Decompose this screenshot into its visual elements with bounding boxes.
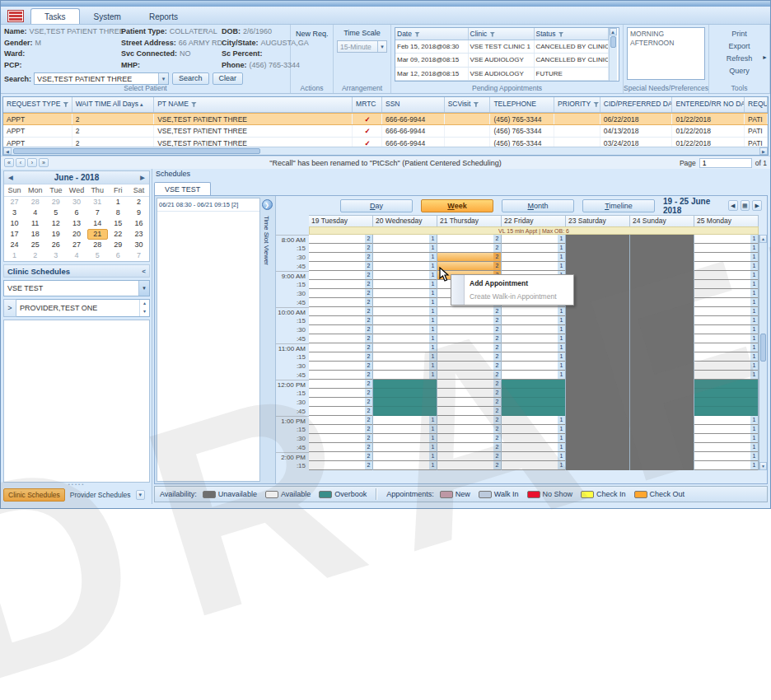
appointment-slot[interactable]: 1 [502,425,565,434]
overbook-slot[interactable] [502,407,565,416]
appointment-slot[interactable]: 2 [437,425,501,434]
appointment-slot[interactable]: 1 [502,235,565,244]
time-slot-item[interactable]: 06/21 08:30 - 06/21 09:15 [2] [157,198,259,212]
appointment-slot[interactable]: 1 [694,343,758,352]
page-input[interactable] [699,158,752,168]
calendar-day[interactable]: 3 [45,250,66,261]
schedule-mode-dropdown-icon[interactable]: ▾ [136,490,146,500]
filter-icon[interactable] [593,102,599,107]
ribbon-more-arrow[interactable]: ► [762,54,768,60]
grid-col-header[interactable]: PT NAME [154,97,353,112]
filter-icon[interactable] [473,102,479,107]
filter-icon[interactable] [414,32,420,37]
provider-schedules-button[interactable]: Provider Schedules [68,489,133,501]
overbook-slot[interactable] [373,380,437,389]
range-prev-icon[interactable]: ◀ [728,200,738,211]
menu-item-create-walk-in-appointment[interactable]: Create Walk-in Appointment [465,290,573,303]
appointment-slot[interactable]: 1 [373,352,437,362]
overbook-slot[interactable] [373,398,437,407]
appointment-slot[interactable]: 2 [437,434,501,443]
appointment-slot[interactable]: 1 [373,280,437,289]
appointment-slot[interactable]: 2 [309,325,372,334]
view-button-timeline[interactable]: Timeline [582,199,655,212]
grid-col-header[interactable]: ENTERED/RR NO DATE [672,97,745,112]
time-scale-combo[interactable]: 15-Minute ▾ [337,40,387,53]
appointment-slot[interactable]: 1 [502,325,565,334]
pending-row[interactable]: Feb 15, 2018@08:30VSE TEST CLINIC 1CANCE… [395,40,608,54]
request-grid-hscrollbar[interactable]: ◀ ▶ [3,147,768,155]
appointment-slot[interactable]: 2 [437,443,501,452]
appointment-slot[interactable]: 1 [373,443,437,452]
appointment-slot[interactable]: 2 [309,389,372,398]
spinner-down-icon[interactable]: ▾ [140,308,149,316]
filter-icon[interactable] [191,102,197,107]
overbook-slot[interactable] [694,389,758,398]
overbook-slot[interactable] [373,389,437,398]
calendar-day[interactable]: 5 [45,208,66,218]
appointment-slot[interactable]: 1 [694,307,758,316]
selected-slot[interactable]: 2 [437,253,501,262]
calendar-day[interactable]: 20 [66,229,86,240]
appointment-slot[interactable]: 1 [502,316,565,325]
search-dropdown-icon[interactable]: ▾ [158,73,168,84]
appointment-slot[interactable]: 1 [694,362,758,371]
calendar-day[interactable]: 27 [4,197,25,208]
grid-col-header[interactable]: CID/PREFERRED DATE [600,97,673,112]
appointment-slot[interactable]: 2 [437,461,501,470]
calendar-day[interactable]: 17 [4,229,25,240]
appointment-slot[interactable]: 2 [437,380,501,389]
appointment-slot[interactable]: 1 [373,362,437,371]
appointment-slot[interactable]: 1 [373,425,437,434]
appointment-slot[interactable]: 2 [437,371,501,380]
appointment-slot[interactable]: 2 [309,334,372,343]
view-button-month[interactable]: Month [502,199,574,212]
overbook-slot[interactable] [502,389,565,398]
sort-icon[interactable]: ▴ [140,101,143,107]
appointment-slot[interactable]: 1 [502,452,565,461]
appointment-slot[interactable]: 1 [694,334,758,343]
calendar-day[interactable]: 5 [87,250,108,261]
calendar-prev-icon[interactable]: ◀ [4,175,17,181]
calendar-day[interactable]: 13 [66,218,86,229]
appointment-slot[interactable]: 1 [373,325,437,334]
overbook-slot[interactable] [502,380,565,389]
pending-row[interactable]: Mar 09, 2018@08:15VSE AUDIOLOGYCANCELLED… [395,54,608,68]
appointment-slot[interactable]: 1 [502,434,565,443]
appointment-slot[interactable]: 2 [309,289,372,298]
appointment-slot[interactable]: 2 [437,316,501,325]
appointment-slot[interactable]: 2 [437,352,501,362]
calendar-day[interactable]: 4 [25,208,45,218]
appointment-slot[interactable]: 2 [309,253,372,262]
calendar-day[interactable]: 19 [45,229,66,240]
appointment-slot[interactable]: 1 [502,334,565,343]
appointment-slot[interactable]: 2 [309,316,372,325]
overbook-slot[interactable] [694,407,758,416]
scroll-thumb[interactable] [760,334,766,362]
request-row[interactable]: APPT2VSE,TEST PATIENT THREE✓666-66-9944(… [3,138,768,147]
calendar-day[interactable]: 30 [128,240,149,250]
calendar-day[interactable]: 11 [25,218,45,229]
request-row[interactable]: APPT2VSE,TEST PATIENT THREE✓666-66-9944(… [3,125,768,138]
tab-system[interactable]: System [80,8,135,24]
appointment-slot[interactable]: 2 [437,244,501,253]
appointment-slot[interactable]: 1 [502,352,565,362]
appointment-slot[interactable]: 1 [373,262,437,271]
appointment-slot[interactable]: 1 [502,371,565,380]
appointment-slot[interactable]: 1 [373,235,437,244]
grid-col-header[interactable]: MRTC [353,97,382,112]
calendar-day[interactable]: 22 [108,229,128,240]
appointment-slot[interactable]: 2 [309,416,372,425]
calendar-day[interactable]: 26 [45,240,66,250]
appointment-slot[interactable]: 2 [437,307,501,316]
appointment-slot[interactable]: 1 [373,371,437,380]
calendar-day[interactable]: 27 [66,240,86,250]
calendar-day[interactable]: 29 [45,197,66,208]
appointment-slot[interactable]: 2 [437,325,501,334]
calendar-day-selected[interactable]: 21 [87,229,108,240]
calendar-day[interactable]: 31 [87,197,108,208]
appointment-slot[interactable]: 2 [309,343,372,352]
appointment-slot[interactable]: 1 [502,362,565,371]
appointment-slot[interactable]: 1 [502,416,565,425]
appointment-slot[interactable]: 1 [373,416,437,425]
appointment-slot[interactable]: 1 [373,298,437,307]
